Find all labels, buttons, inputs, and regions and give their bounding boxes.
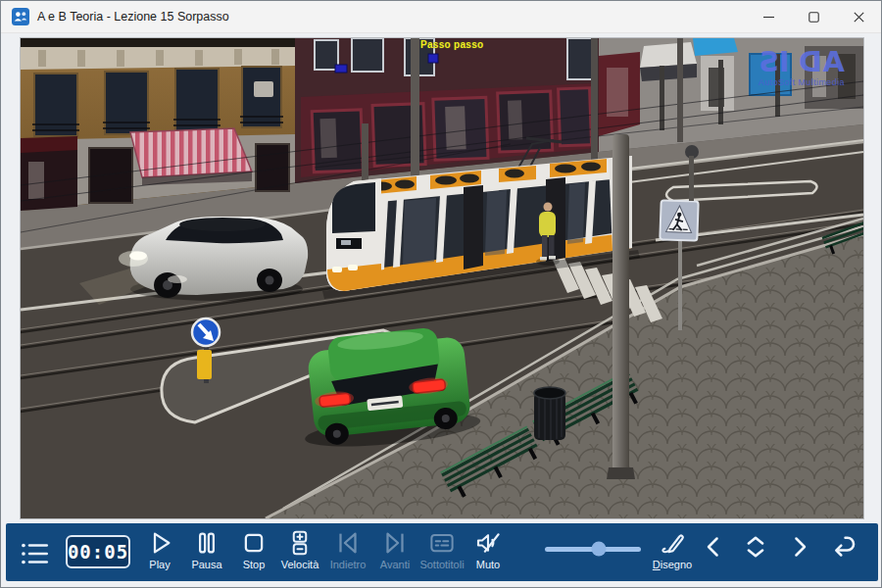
logo-subtitle: AutoSoft Multimedia [754,77,850,87]
mute-label: Muto [476,559,500,570]
pink-awning [130,128,252,177]
left-building [21,38,295,211]
player-toolbar: 00:05 Play Pausa Stop Velocità Indietro [6,523,878,581]
step-mode-label: Passo passo [420,39,483,50]
video-panel: Passo passo SIDA AutoSoft Multimedia [21,38,863,518]
prev-chapter-button[interactable] [697,530,730,566]
logo-letter: S [754,48,779,75]
next-chapter-button[interactable] [783,530,816,566]
logo-letter: A [823,45,850,78]
stop-label: Stop [243,559,266,570]
forward-label: Avanti [380,559,410,570]
timer-display: 00:05 [66,535,130,568]
window-title: A e B Teoria - Lezione 15 Sorpasso [37,10,229,24]
draw-accesskey: D [653,559,661,570]
volume-slider-thumb[interactable] [591,542,606,557]
chapter-list-button[interactable] [739,530,772,566]
window-controls [746,1,881,32]
sida-logo: SIDA AutoSoft Multimedia [754,48,850,87]
draw-label: Disegno [653,559,692,570]
minimize-button[interactable] [746,1,791,32]
maximize-button[interactable] [791,1,836,32]
mute-button[interactable]: Muto [453,528,523,570]
lesson-scene [21,38,863,518]
logo-letter: D [794,48,822,75]
app-icon [12,8,29,25]
playlist-button[interactable] [18,537,51,573]
app-window: A e B Teoria - Lezione 15 Sorpasso [0,0,882,588]
timer-value: 00:05 [68,541,128,563]
title-bar: A e B Teoria - Lezione 15 Sorpasso [1,1,881,33]
litter-bin [534,387,565,440]
play-label: Play [149,559,170,570]
logo-word: SIDA [754,48,850,75]
close-button[interactable] [836,1,881,32]
return-button[interactable] [825,530,858,566]
white-awning [640,42,697,68]
pause-label: Pausa [191,559,221,570]
volume-slider[interactable] [545,541,641,557]
logo-letter: I [779,45,795,78]
